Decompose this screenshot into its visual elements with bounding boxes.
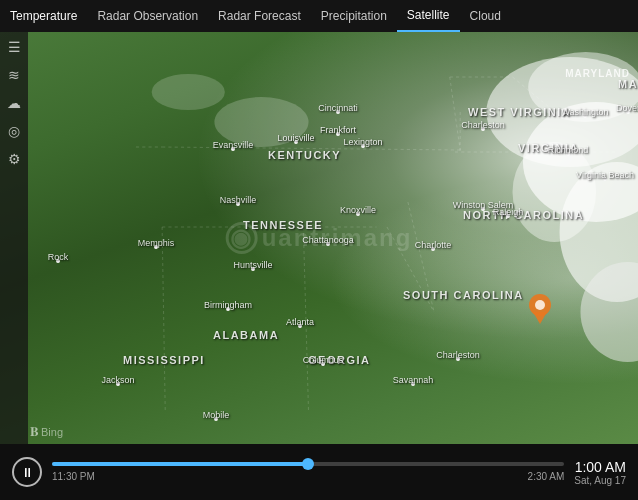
svg-line-4 bbox=[408, 202, 434, 312]
layers-icon[interactable]: ≋ bbox=[8, 68, 20, 82]
tab-satellite[interactable]: Satellite bbox=[397, 0, 460, 32]
bing-logo: 𝐁 Bing bbox=[30, 424, 63, 440]
city-dot-memphis bbox=[154, 245, 158, 249]
city-dot-frankfort bbox=[336, 132, 340, 136]
tab-precipitation[interactable]: Precipitation bbox=[311, 0, 397, 32]
city-dot-raleigh bbox=[506, 214, 510, 218]
city-dot-virginia-beach bbox=[603, 177, 607, 181]
map-container[interactable]: KENTUCKYTENNESSEEALABAMAMISSISSIPPIGEORG… bbox=[0, 32, 638, 444]
city-dot-birmingham bbox=[226, 307, 230, 311]
timeline: 11:30 PM 2:30 AM bbox=[52, 462, 564, 482]
svg-point-17 bbox=[512, 142, 596, 242]
watermark-icon: ◉ bbox=[226, 222, 258, 254]
city-dot-cincinnati bbox=[336, 110, 340, 114]
timeline-bar[interactable] bbox=[52, 462, 564, 466]
nav-tabs: Temperature Radar Observation Radar Fore… bbox=[0, 0, 638, 32]
timeline-start-label: 11:30 PM bbox=[52, 471, 95, 482]
svg-line-0 bbox=[162, 147, 460, 150]
bing-icon: 𝐁 bbox=[30, 424, 39, 440]
tab-radar-forecast[interactable]: Radar Forecast bbox=[208, 0, 311, 32]
svg-line-8 bbox=[450, 77, 460, 150]
tab-cloud[interactable]: Cloud bbox=[460, 0, 511, 32]
city-dot-dover bbox=[626, 110, 630, 114]
svg-marker-21 bbox=[533, 312, 547, 324]
top-nav-bar: Temperature Radar Observation Radar Fore… bbox=[0, 0, 638, 32]
city-dot-atlanta bbox=[298, 324, 302, 328]
city-dot-savannah bbox=[411, 382, 415, 386]
tab-radar-observation[interactable]: Radar Observation bbox=[87, 0, 208, 32]
city-dot-charlotte bbox=[431, 247, 435, 251]
city-dot-richmond bbox=[566, 152, 570, 156]
watermark: ◉ uantrimang bbox=[226, 222, 413, 254]
weather-icon[interactable]: ☁ bbox=[7, 96, 21, 110]
city-dot-rock bbox=[56, 259, 60, 263]
tab-temperature[interactable]: Temperature bbox=[0, 0, 87, 32]
svg-point-19 bbox=[152, 74, 225, 110]
svg-line-10 bbox=[162, 227, 165, 412]
timeline-end-label: 2:30 AM bbox=[528, 471, 565, 482]
target-icon[interactable]: ◎ bbox=[8, 124, 20, 138]
current-time: 1:00 AM bbox=[574, 459, 626, 475]
timeline-progress bbox=[52, 462, 308, 466]
city-dot-jackson bbox=[116, 382, 120, 386]
bing-label: Bing bbox=[41, 426, 63, 438]
current-date: Sat, Aug 17 bbox=[574, 475, 626, 486]
timeline-labels: 11:30 PM 2:30 AM bbox=[52, 471, 564, 482]
time-display: 1:00 AM Sat, Aug 17 bbox=[574, 459, 626, 486]
city-dot-lexington bbox=[361, 144, 365, 148]
settings-icon[interactable]: ⚙ bbox=[8, 152, 21, 166]
city-dot-louisville bbox=[294, 140, 298, 144]
city-dot-huntsville bbox=[251, 267, 255, 271]
city-dot-columbus bbox=[321, 362, 325, 366]
pause-icon: ⏸ bbox=[21, 465, 34, 480]
bottom-controls-bar: ⏸ 11:30 PM 2:30 AM 1:00 AM Sat, Aug 17 bbox=[0, 444, 638, 500]
city-dot-knoxville bbox=[356, 212, 360, 216]
city-dot-charleston-sc bbox=[456, 357, 460, 361]
location-pin bbox=[528, 294, 552, 328]
pause-button[interactable]: ⏸ bbox=[12, 457, 42, 487]
svg-line-2 bbox=[303, 227, 308, 412]
city-dot-washington bbox=[583, 114, 587, 118]
menu-icon[interactable]: ☰ bbox=[8, 40, 21, 54]
city-dot-evansville bbox=[231, 147, 235, 151]
svg-point-16 bbox=[528, 52, 638, 122]
state-label-maryland: MARYLAND bbox=[565, 68, 630, 79]
left-sidebar: ☰ ≋ ☁ ◎ ⚙ bbox=[0, 32, 28, 444]
city-dot-winston-salem bbox=[481, 207, 485, 211]
city-dot-mobile bbox=[214, 417, 218, 421]
city-dot-charleston-wv bbox=[481, 127, 485, 131]
svg-point-22 bbox=[535, 300, 545, 310]
watermark-text: uantrimang bbox=[262, 224, 413, 252]
timeline-thumb[interactable] bbox=[302, 458, 314, 470]
city-dot-nashville bbox=[236, 202, 240, 206]
